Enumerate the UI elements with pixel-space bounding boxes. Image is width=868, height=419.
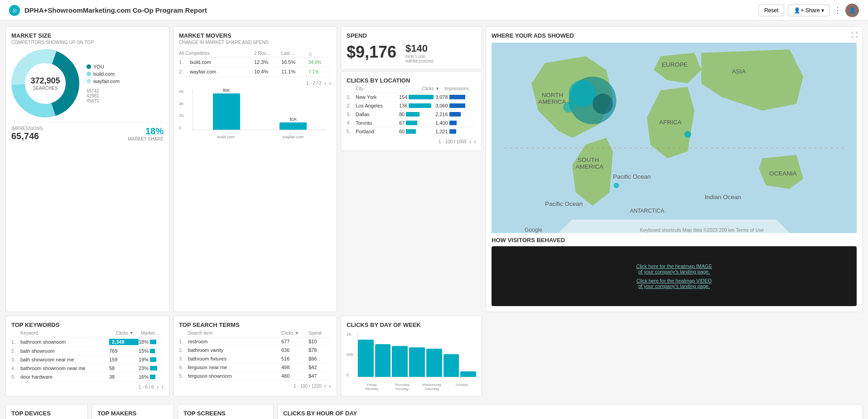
share-button[interactable]: 👤+ Share ▾ (788, 5, 830, 16)
location-header: City Clicks ▼ Impressions (347, 85, 476, 93)
loc-next-btn[interactable]: › (474, 138, 476, 145)
visitors-title: HOW VISITORS BEHAVED (492, 237, 857, 244)
keyword-row: 5. door hardware 38 16% (11, 373, 164, 381)
search-term-row: 5. ferguson showroom 480 $47 (179, 372, 331, 380)
keywords-header: Keyword Clicks ▼ Market... (11, 329, 164, 337)
keyword-row: 3. bath showroom near me 159 19% (11, 356, 164, 364)
keyword-row: 2. bath showroom 769 15% (11, 347, 164, 356)
expand-icon[interactable]: ⛶ (851, 31, 858, 39)
market-movers-subtitle: CHANGE IN MARKET SHARE AND SPEND (179, 40, 331, 45)
header-right: Reset 👤+ Share ▾ ⋮ 👤 (758, 4, 859, 17)
svg-text:AMERICA: AMERICA (576, 163, 604, 170)
keywords-card: TOP KEYWORDS Keyword Clicks ▼ Market... … (5, 316, 169, 397)
st-next-btn[interactable]: › (329, 382, 331, 390)
svg-text:Pacific Ocean: Pacific Ocean (545, 200, 583, 207)
svg-text:NORTH: NORTH (542, 92, 564, 98)
legend-dot-build (87, 72, 91, 76)
loc-prev-btn[interactable]: ‹ (469, 138, 472, 145)
world-map-svg: NORTH AMERICA SOUTH AMERICA EUROPE AFRIC… (492, 43, 857, 233)
page-title: DPHA+ShowroomMarketing.com Co-Op Program… (24, 6, 207, 14)
day-bars (357, 332, 476, 377)
clicks-location-card: CLICKS BY LOCATION City Clicks ▼ Impress… (341, 71, 482, 151)
svg-point-21 (614, 183, 619, 188)
legend-item-wayfair: wayfair.com (87, 78, 120, 84)
top-devices-title: TOP DEVICES (11, 410, 82, 417)
spend-cpm-value: $140 (405, 43, 434, 54)
svg-text:Keyboard shortcuts  Map data ©: Keyboard shortcuts Map data ©2023 200 km… (640, 227, 764, 233)
search-terms-card: TOP SEARCH TERMS Search term Clicks ▼ Sp… (173, 316, 337, 397)
svg-point-17 (569, 80, 596, 107)
map-card: WHERE YOUR ADS SHOWED ⛶ (486, 26, 863, 312)
col3-stack: SPEND $9,176 $140 PER 1,000IMPRESSIONS C… (339, 24, 484, 314)
header: ◎ DPHA+ShowroomMarketing.com Co-Op Progr… (0, 0, 868, 21)
day-chart: 1K5000 (347, 332, 476, 391)
legend: YOU build.com wayfair.com 65742 42981 45… (87, 64, 120, 103)
next-button[interactable]: › (329, 79, 331, 87)
searches-label: SEARCHES (30, 86, 60, 91)
clicks-hour-card: CLICKS BY HOUR OF DAY 3PM 2PM 1PM 12PM 4… (277, 404, 863, 419)
movers-pagination: 1 - 2 / 2 ‹ › (179, 79, 331, 87)
spend-title: SPEND (347, 32, 476, 39)
day-y-axis: 1K5000 (347, 332, 355, 377)
svg-text:AMERICA: AMERICA (538, 98, 566, 105)
bars-container: $5K $1K (193, 89, 327, 130)
kw-prev-btn[interactable]: ‹ (157, 383, 159, 390)
search-term-row: 4. ferguson near me 498 $42 (179, 363, 331, 372)
spend-content: $9,176 $140 PER 1,000IMPRESSIONS (347, 43, 476, 63)
top-makers-title: TOP MAKERS (97, 410, 168, 417)
search-terms-header: Search term Clicks ▼ Spend (179, 329, 331, 337)
search-term-row: 2. bathroom vanity 636 $78 (179, 346, 331, 355)
legend-item-you: YOU (87, 64, 120, 69)
clicks-day-title: CLICKS BY DAY OF WEEK (347, 322, 476, 328)
avatar: 👤 (845, 4, 859, 17)
kw-next-btn[interactable]: › (161, 383, 164, 390)
clicks-day-card: CLICKS BY DAY OF WEEK 1K5000 (341, 316, 482, 397)
more-options-button[interactable]: ⋮ (834, 5, 842, 15)
location-row: 3. Dallas 80 2,216 (347, 110, 476, 119)
market-movers-card: MARKET MOVERS CHANGE IN MARKET SHARE AND… (173, 26, 337, 312)
visitors-preview: Click here for the heatmap IMAGEof your … (492, 246, 857, 306)
st-prev-btn[interactable]: ‹ (324, 382, 327, 390)
day-bar-tue (409, 347, 425, 377)
search-terms-title: TOP SEARCH TERMS (179, 322, 331, 328)
prev-button[interactable]: ‹ (324, 79, 327, 87)
svg-point-19 (564, 102, 574, 113)
y-axis: 6K4K2K0 (179, 89, 186, 130)
click-bar (409, 95, 434, 99)
app-icon: ◎ (9, 5, 20, 16)
donut-center: 372,905 SEARCHES (30, 76, 60, 91)
svg-text:SOUTH: SOUTH (578, 156, 599, 163)
click-highlight: 2,349 (109, 339, 139, 345)
day-bar-fri (358, 340, 374, 377)
segment-labels: 65742 42981 45671 (87, 88, 120, 103)
search-term-row: 3. bathroom fixtures 516 $96 (179, 355, 331, 363)
legend-dot-you (87, 64, 91, 69)
spend-cpm-label: PER 1,000IMPRESSIONS (405, 54, 434, 63)
x-axis-labels: build.com wayfair.com (193, 135, 327, 139)
location-row: 2. Los Angeles 136 3,060 (347, 102, 476, 110)
visitors-section: HOW VISITORS BEHAVED Click here for the … (492, 237, 857, 306)
clicks-location-title: CLICKS BY LOCATION (347, 77, 476, 84)
top-devices-card: TOP DEVICES 38.1% 56.5% tablet mo (5, 404, 88, 419)
keywords-pagination: 1 - 6 / 6 ‹ › (11, 383, 164, 390)
bar-item-build: $5K (202, 88, 251, 130)
searches-value: 372,905 (30, 76, 60, 86)
svg-point-20 (685, 131, 691, 138)
imp-bar (449, 95, 465, 99)
svg-text:Google: Google (525, 227, 542, 233)
heatmap-video-link[interactable]: Click here for the heatmap VIDEOof your … (499, 278, 849, 289)
heatmap-image-link[interactable]: Click here for the heatmap IMAGEof your … (499, 263, 849, 274)
reset-button[interactable]: Reset (758, 5, 784, 16)
bar-wayfair (280, 122, 307, 130)
market-size-subtitle: COMPETITORS SHOWING UP ON TOP (11, 40, 164, 45)
table-row: 2. wayfair.com 10.4% 11.1% 7.1% (179, 67, 331, 77)
table-row: 1. build.com 12.3% 16.5% 34.6% (179, 58, 331, 67)
location-row: 1. New York 154 3,078 (347, 93, 476, 102)
day-bar-mon (375, 344, 391, 377)
map-container: NORTH AMERICA SOUTH AMERICA EUROPE AFRIC… (492, 43, 857, 233)
keywords-title: TOP KEYWORDS (11, 322, 164, 328)
legend-dot-wayfair (87, 79, 91, 83)
day-bar-thu (392, 346, 408, 377)
donut-chart: 372,905 SEARCHES (11, 49, 79, 117)
svg-text:Pacific Ocean: Pacific Ocean (613, 173, 651, 180)
